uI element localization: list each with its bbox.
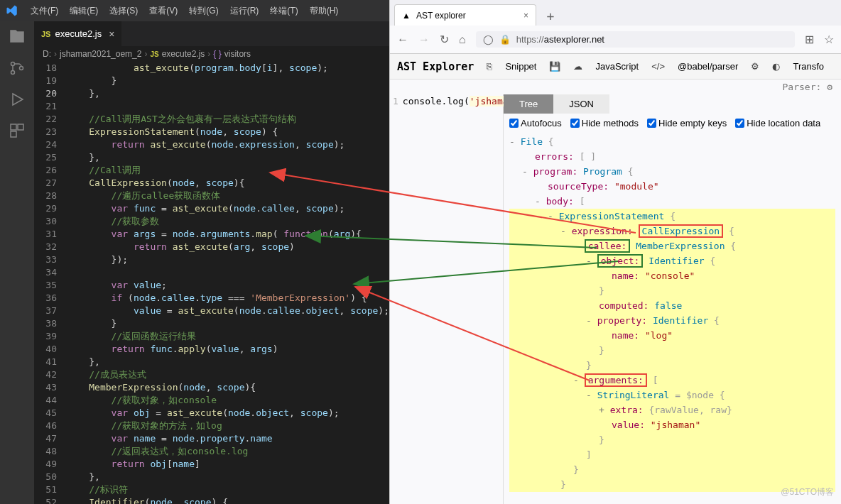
breadcrumb-file: execute2.js <box>162 49 205 59</box>
code-icon: </> <box>651 61 665 72</box>
menu-view[interactable]: 查看(V) <box>144 2 183 20</box>
snippet-label[interactable]: Snippet <box>505 61 536 72</box>
qr-icon[interactable]: ⊞ <box>805 33 814 46</box>
source-control-icon[interactable] <box>9 60 26 77</box>
cloud-icon[interactable]: ☁ <box>573 61 582 72</box>
vscode-window: 文件(F) 编辑(E) 选择(S) 查看(V) 转到(G) 运行(R) 终端(T… <box>0 0 389 504</box>
breadcrumb-symbol: visitors <box>224 49 251 59</box>
menu-file[interactable]: 文件(F) <box>26 2 63 20</box>
ast-tree[interactable]: - File { errors: [ ] - program: Program … <box>504 133 841 504</box>
svg-rect-5 <box>11 131 16 137</box>
back-icon[interactable]: ← <box>397 33 408 46</box>
editor-tabbar: JS execute2.js × <box>34 21 389 46</box>
gist-icon[interactable]: ⎘ <box>487 61 492 72</box>
language-select[interactable]: JavaScript <box>595 61 639 72</box>
watermark: @51CTO博客 <box>781 486 834 498</box>
ast-output-tabs: Tree JSON <box>504 94 841 114</box>
ast-options: Autofocus Hide methods Hide empty keys H… <box>504 114 841 133</box>
home-icon[interactable]: ⌂ <box>459 33 466 46</box>
tab-close-icon[interactable]: × <box>523 11 528 21</box>
symbol-icon: { } <box>213 49 221 59</box>
parser-info: Parser: ⚙ <box>390 80 841 94</box>
line-gutter: 1819202122232425262728293031323334353637… <box>34 62 67 504</box>
new-tab-button[interactable]: + <box>541 6 560 26</box>
shield-icon: ◯ <box>483 34 494 45</box>
reload-icon[interactable]: ↻ <box>440 33 449 46</box>
opt-autofocus[interactable]: Autofocus <box>509 118 562 128</box>
code-lines[interactable]: ast_excute(program.body[i], scope); } },… <box>67 62 389 504</box>
breadcrumb-folder: jshaman2021_oem_2 <box>60 49 141 59</box>
svg-point-2 <box>20 67 23 70</box>
browser-tab-title: AST explorer <box>416 11 466 21</box>
breadcrumb[interactable]: D: › jshaman2021_oem_2 › JS execute2.js … <box>34 46 389 62</box>
menu-edit[interactable]: 编辑(E) <box>65 2 103 20</box>
explorer-icon[interactable] <box>9 28 26 45</box>
forward-icon[interactable]: → <box>418 33 430 46</box>
editor-tab-execute2[interactable]: JS execute2.js × <box>34 21 122 46</box>
address-bar[interactable]: ◯ 🔒 https://astexplorer.net <box>476 31 795 48</box>
activity-bar <box>0 21 34 504</box>
ast-brand: AST Explorer <box>397 60 474 73</box>
svg-point-0 <box>11 62 15 66</box>
callexpression-node: CallExpression <box>639 224 724 238</box>
object-prop: object: <box>597 254 644 268</box>
url-domain: astexplorer.net <box>544 34 604 45</box>
tab-close-icon[interactable]: × <box>109 28 114 40</box>
svg-rect-4 <box>18 124 23 130</box>
ast-toolbar: AST Explorer ⎘ Snippet 💾 ☁ JavaScript </… <box>390 54 841 80</box>
chevron-right-icon: › <box>54 49 57 59</box>
browser-tab-astexplorer[interactable]: ▲ AST explorer × <box>394 4 536 26</box>
callee-prop: callee: <box>585 239 631 253</box>
ast-explorer-app: AST Explorer ⎘ Snippet 💾 ☁ JavaScript </… <box>390 54 841 504</box>
gear-icon[interactable]: ⚙ <box>751 61 759 72</box>
js-file-icon: JS <box>150 50 158 58</box>
vscode-menubar: 文件(F) 编辑(E) 选择(S) 查看(V) 转到(G) 运行(R) 终端(T… <box>0 0 389 21</box>
browser-window: ▲ AST explorer × + ← → ↻ ⌂ ◯ 🔒 https://a… <box>389 0 841 504</box>
menu-terminal[interactable]: 终端(T) <box>265 2 303 20</box>
opt-hide-empty[interactable]: Hide empty keys <box>647 118 727 128</box>
browser-toolbar: ← → ↻ ⌂ ◯ 🔒 https://astexplorer.net ⊞ ☆ <box>390 26 841 54</box>
tab-filename: execute2.js <box>55 28 102 39</box>
chevron-right-icon: › <box>144 49 147 59</box>
svg-point-1 <box>11 71 15 75</box>
browser-tabstrip: ▲ AST explorer × + <box>390 0 841 26</box>
menu-help[interactable]: 帮助(H) <box>305 2 344 20</box>
tab-tree[interactable]: Tree <box>504 94 553 114</box>
js-file-icon: JS <box>41 30 50 38</box>
arguments-prop: arguments: <box>585 373 647 387</box>
svg-rect-3 <box>11 124 16 130</box>
vscode-logo-icon <box>6 4 18 17</box>
code-editor[interactable]: 1819202122232425262728293031323334353637… <box>34 62 389 504</box>
opt-hide-location[interactable]: Hide location data <box>735 118 820 128</box>
menu-goto[interactable]: 转到(G) <box>184 2 223 20</box>
gear-icon[interactable]: ⚙ <box>827 82 832 92</box>
breadcrumb-drive: D: <box>43 49 51 59</box>
bookmark-icon[interactable]: ☆ <box>824 33 834 46</box>
tab-json[interactable]: JSON <box>553 94 609 114</box>
menu-select[interactable]: 选择(S) <box>104 2 143 20</box>
opt-hide-methods[interactable]: Hide methods <box>570 118 639 128</box>
run-debug-icon[interactable] <box>9 91 26 108</box>
menu-run[interactable]: 运行(R) <box>225 2 264 20</box>
favicon-icon: ▲ <box>402 11 411 21</box>
chevron-right-icon: › <box>207 49 210 59</box>
ast-code-pane[interactable]: 1console.log('jshaman <box>390 94 504 504</box>
parser-select[interactable]: @babel/parser <box>678 61 738 72</box>
transform-toggle-icon[interactable]: ◐ <box>772 61 780 72</box>
transform-label[interactable]: Transfo <box>793 61 824 72</box>
extensions-icon[interactable] <box>9 122 26 139</box>
save-icon[interactable]: 💾 <box>549 61 560 72</box>
lock-icon: 🔒 <box>499 34 511 45</box>
line-number: 1 <box>393 96 398 106</box>
